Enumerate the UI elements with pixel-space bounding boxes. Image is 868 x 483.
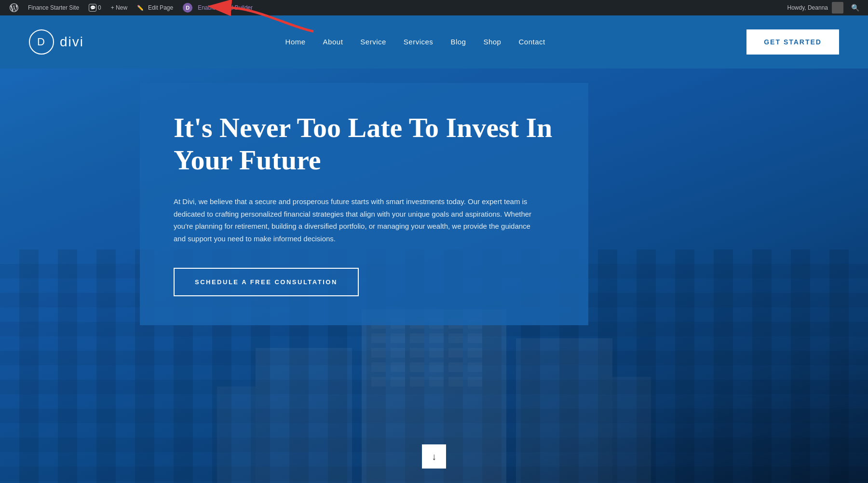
edit-page-item[interactable]: ✏️ Edit Page (132, 0, 178, 15)
logo-letter: D (37, 36, 46, 48)
nav-item-contact[interactable]: Contact (518, 38, 545, 46)
wp-logo-item[interactable] (5, 0, 23, 15)
site-header: D divi Home About Service Services Blog … (0, 15, 868, 69)
admin-bar-right: Howdy, Deanna 🔍 (787, 2, 864, 14)
search-icon[interactable]: 🔍 (847, 4, 863, 12)
enable-visual-builder-label: Enable Visual Builder (198, 4, 253, 11)
nav-link-service[interactable]: Service (360, 38, 386, 46)
logo-circle: D (29, 29, 54, 55)
edit-page-label: Edit Page (148, 4, 173, 11)
comments-item[interactable]: 💬 0 (84, 0, 106, 15)
nav-link-shop[interactable]: Shop (483, 38, 501, 46)
new-item[interactable]: + New (106, 0, 132, 15)
nav-item-shop[interactable]: Shop (483, 38, 501, 46)
nav-link-services[interactable]: Services (404, 38, 434, 46)
nav-item-about[interactable]: About (323, 38, 343, 46)
comments-count: 0 (98, 4, 101, 11)
hero-description: At Divi, we believe that a secure and pr… (174, 195, 540, 245)
hero-title: It's Never Too Late To Invest In Your Fu… (174, 112, 555, 176)
svg-rect-24 (448, 362, 463, 372)
new-label: + New (111, 4, 127, 11)
svg-rect-31 (468, 377, 482, 386)
howdy-text: Howdy, Deanna (787, 4, 828, 11)
svg-rect-18 (448, 348, 463, 358)
svg-rect-15 (391, 348, 405, 358)
divi-icon: D (183, 3, 192, 13)
comment-icon: 💬 (89, 4, 96, 12)
nav-item-blog[interactable]: Blog (450, 38, 466, 46)
svg-rect-27 (391, 377, 405, 386)
svg-rect-32 (256, 348, 352, 483)
hero-content-box: It's Never Too Late To Invest In Your Fu… (140, 83, 588, 325)
scroll-down-icon: ↓ (432, 451, 436, 462)
svg-rect-33 (516, 338, 612, 483)
site-name-label: Finance Starter Site (28, 4, 79, 11)
enable-visual-builder-item[interactable]: D Enable Visual Builder (178, 0, 258, 15)
nav-link-home[interactable]: Home (285, 38, 306, 46)
nav-list: Home About Service Services Blog Shop Co… (285, 38, 545, 46)
scroll-down-button[interactable]: ↓ (422, 444, 446, 469)
svg-rect-12 (448, 333, 463, 343)
svg-rect-19 (468, 348, 482, 358)
svg-rect-21 (391, 362, 405, 372)
nav-link-blog[interactable]: Blog (450, 38, 466, 46)
svg-rect-30 (448, 377, 463, 386)
svg-rect-23 (429, 362, 444, 372)
svg-rect-8 (371, 333, 386, 343)
svg-rect-13 (468, 333, 482, 343)
site-name-item[interactable]: Finance Starter Site (23, 0, 84, 15)
nav-link-about[interactable]: About (323, 38, 343, 46)
nav-item-services[interactable]: Services (404, 38, 434, 46)
svg-rect-25 (468, 362, 482, 372)
user-avatar (832, 2, 843, 14)
nav-item-service[interactable]: Service (360, 38, 386, 46)
svg-rect-22 (410, 362, 424, 372)
nav-item-home[interactable]: Home (285, 38, 306, 46)
svg-rect-11 (429, 333, 444, 343)
svg-rect-17 (429, 348, 444, 358)
site-logo[interactable]: D divi (29, 29, 84, 55)
svg-rect-20 (371, 362, 386, 372)
svg-rect-26 (371, 377, 386, 386)
svg-rect-35 (612, 377, 651, 483)
nav-link-contact[interactable]: Contact (518, 38, 545, 46)
consultation-button[interactable]: SCHEDULE A FREE CONSULTATION (174, 268, 359, 296)
svg-rect-16 (410, 348, 424, 358)
svg-rect-10 (410, 333, 424, 343)
svg-rect-14 (371, 348, 386, 358)
svg-rect-29 (429, 377, 444, 386)
logo-text: divi (60, 34, 84, 50)
main-nav: Home About Service Services Blog Shop Co… (285, 38, 545, 46)
svg-rect-9 (391, 333, 405, 343)
svg-rect-28 (410, 377, 424, 386)
svg-rect-34 (217, 386, 256, 483)
get-started-button[interactable]: GET STARTED (746, 29, 839, 55)
hero-section: It's Never Too Late To Invest In Your Fu… (0, 15, 868, 483)
admin-bar: Finance Starter Site 💬 0 + New ✏️ Edit P… (0, 0, 868, 15)
